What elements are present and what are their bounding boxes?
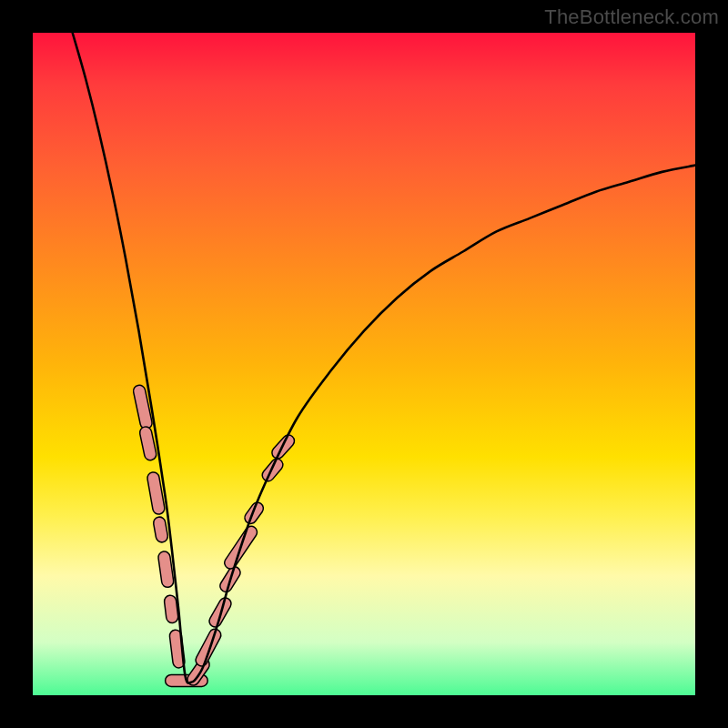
watermark-text: TheBottleneck.com (544, 5, 719, 29)
svg-rect-0 (132, 384, 153, 430)
curve-marker (132, 384, 153, 430)
curve-marker (260, 457, 286, 484)
marker-layer (132, 384, 297, 688)
svg-rect-13 (242, 500, 266, 526)
curve-layer (33, 33, 695, 695)
curve-marker (153, 516, 169, 543)
svg-rect-14 (260, 457, 286, 484)
gradient-plot-area (33, 33, 695, 695)
chart-frame: TheBottleneck.com (0, 0, 728, 728)
svg-rect-3 (153, 516, 169, 543)
curve-marker (242, 500, 266, 526)
